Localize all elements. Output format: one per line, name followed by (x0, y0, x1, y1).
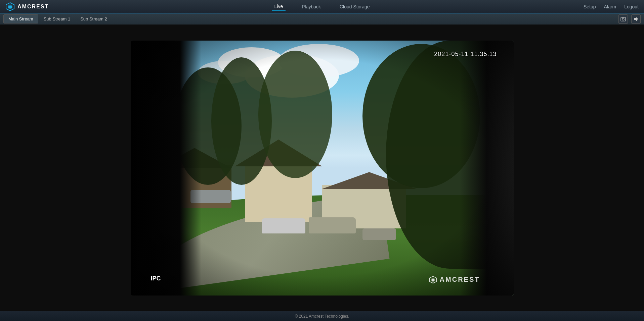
svg-marker-6 (634, 17, 637, 21)
video-container: 2021-05-11 11:35:13 IPC AMCREST (0, 25, 644, 311)
svg-point-4 (622, 18, 624, 20)
tabs-bar: Main Stream Sub Stream 1 Sub Stream 2 (0, 13, 644, 25)
footer-copyright: © 2021 Amcrest Technologies. (295, 314, 349, 319)
logo-area: AMCREST (5, 2, 49, 11)
car-truck (309, 217, 356, 233)
camera-view: 2021-05-11 11:35:13 IPC AMCREST (131, 41, 514, 296)
video-frame: 2021-05-11 11:35:13 IPC AMCREST (131, 41, 514, 296)
nav-playback[interactable]: Playback (299, 3, 324, 11)
dark-left-panel (131, 41, 201, 296)
nav-cloud-storage[interactable]: Cloud Storage (337, 3, 373, 11)
tab-main-stream[interactable]: Main Stream (3, 14, 38, 23)
tabs-right (618, 14, 641, 24)
footer: © 2021 Amcrest Technologies. (0, 311, 644, 321)
screenshot-button[interactable] (618, 14, 628, 24)
nav-setup[interactable]: Setup (584, 4, 596, 9)
tree-center (258, 51, 332, 178)
nav-logout[interactable]: Logout (624, 4, 639, 9)
car-silver (262, 218, 305, 233)
tab-sub-stream2[interactable]: Sub Stream 2 (76, 15, 112, 23)
svg-rect-5 (622, 17, 624, 17)
right-nav: Setup Alarm Logout (584, 4, 639, 9)
nav-alarm[interactable]: Alarm (604, 4, 616, 9)
tab-sub-stream1[interactable]: Sub Stream 1 (39, 15, 75, 23)
nav-live[interactable]: Live (271, 2, 286, 11)
header: AMCREST Live Playback Cloud Storage Setu… (0, 0, 644, 13)
svg-rect-3 (621, 17, 626, 21)
audio-button[interactable] (631, 14, 641, 24)
dark-right-panel (460, 41, 514, 296)
nav-area: Live Playback Cloud Storage (271, 2, 372, 11)
car-small (362, 228, 396, 240)
logo-text: AMCREST (17, 4, 49, 10)
amcrest-logo-icon (5, 2, 15, 11)
